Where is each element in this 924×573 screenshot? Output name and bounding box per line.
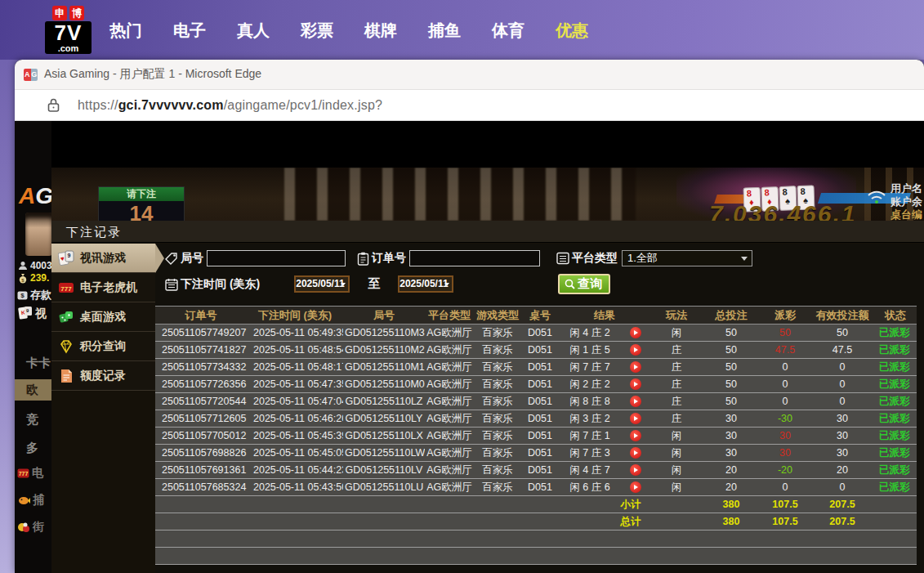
deposit-label: 存款 [30, 288, 51, 302]
panel-tabs: ♥9 视讯游戏 777 电子老虎机 桌面游戏 积分查询 额度记录 [51, 244, 155, 391]
cell-round-no: GD051255110LV [343, 462, 425, 479]
platform-type-select[interactable]: 1.全部 [622, 250, 752, 266]
replay-button-icon[interactable] [630, 344, 641, 356]
date-from-picker[interactable]: 2025/05/11 [294, 275, 350, 293]
date-to-picker[interactable]: 2025/05/11 [398, 275, 453, 293]
cell-status: 已派彩 [874, 479, 917, 496]
replay-button-icon[interactable] [630, 447, 641, 459]
sidebar-item-fishing[interactable]: 捕 [17, 493, 44, 508]
cell-round-no: GD051255110M0 [343, 376, 425, 393]
nav-item-sports[interactable]: 体育 [491, 20, 525, 42]
cell-bet-time: 2025-05-11 05:47:04 [247, 393, 343, 410]
replay-button-icon[interactable] [630, 327, 641, 338]
replay-button-icon[interactable] [630, 378, 641, 390]
cell-order-no: 250511057741827 [155, 342, 247, 359]
round-no-input[interactable] [207, 250, 346, 266]
url-text[interactable]: https://gci.7vvvvvv.com/agingame/pcv1/in… [78, 98, 382, 113]
cell-play: 闲 [650, 462, 703, 479]
cell-payout: 50 [760, 325, 810, 342]
cell-round-no: GD051255110LY [343, 410, 425, 428]
cell-round-no: GD051255110LX [343, 428, 425, 445]
nav-item-chess[interactable]: 棋牌 [364, 20, 398, 42]
cell-bet-time: 2025-05-11 05:44:23 [247, 462, 343, 479]
table-row: 250511057734332 2025-05-11 05:48:17 GD05… [155, 359, 917, 376]
sidebar-item-duo[interactable]: 多 [15, 437, 51, 459]
cell-table-no: D051 [521, 445, 559, 462]
tab-quota-records[interactable]: 额度记录 [51, 361, 155, 391]
col-total-bet: 总投注 [703, 307, 760, 325]
browser-window: AG Asia Gaming - 用户配置 1 - Microsoft Edge… [15, 60, 924, 573]
cell-play: 庄 [650, 342, 703, 359]
cell-bet-time: 2025-05-11 05:49:35 [247, 325, 343, 342]
deposit-button[interactable]: $ 存款 [17, 288, 51, 302]
logo-badge-bo: 博 [69, 6, 84, 20]
nav-item-lottery[interactable]: 彩票 [300, 20, 334, 42]
nav-item-promo[interactable]: 优惠 [555, 20, 589, 42]
wifi-icon [866, 189, 887, 205]
total-valid: 207.5 [810, 513, 874, 530]
user-count: 4003 [30, 260, 51, 271]
replay-button-icon[interactable] [630, 481, 641, 493]
tab-video-games[interactable]: ♥9 视讯游戏 [51, 244, 155, 273]
nav-item-hot[interactable]: 热门 [109, 20, 143, 42]
tag-icon [165, 252, 178, 265]
cell-platform: AG欧洲厅 [425, 479, 474, 496]
cell-valid-bet: 0 [810, 376, 874, 393]
replay-button-icon[interactable] [630, 361, 641, 373]
cell-result: 闲 1 庄 5 [559, 342, 621, 359]
cell-payout: 0 [760, 393, 810, 410]
sidebar-item-slots[interactable]: 777 电 [17, 466, 43, 481]
logo-suffix: .com [45, 43, 92, 54]
table-row: 250511057741827 2025-05-11 05:48:54 GD05… [155, 342, 917, 359]
cell-status: 已派彩 [874, 410, 917, 428]
empty-row [155, 548, 917, 565]
nav-item-fishing[interactable]: 捕鱼 [427, 20, 462, 42]
replay-button-icon[interactable] [630, 413, 641, 424]
sidebar-item-kaka[interactable]: 卡卡 [15, 352, 51, 374]
cell-result: 闲 4 庄 2 [559, 325, 621, 342]
sidebar-video-label: 视 [35, 307, 47, 321]
nav-item-slots[interactable]: 电子 [172, 20, 207, 42]
replay-button-icon[interactable] [630, 464, 641, 476]
table-row: 250511057712605 2025-05-11 05:46:20 GD05… [155, 410, 917, 428]
bet-timer-label: 请下注 [99, 187, 184, 201]
sidebar-item-arcade[interactable]: 街 [17, 520, 44, 535]
tab-slot-machines[interactable]: 777 电子老虎机 [51, 273, 155, 302]
bet-table-body: 250511057749207 2025-05-11 05:49:35 GD05… [155, 325, 917, 496]
cell-total-bet: 50 [703, 325, 760, 342]
cell-round-no: GD051255110LU [343, 479, 425, 496]
cell-total-bet: 30 [703, 428, 760, 445]
sidebar-item-jing[interactable]: 竞 [15, 409, 51, 430]
cell-total-bet: 30 [703, 410, 760, 428]
address-bar[interactable]: https://gci.7vvvvvv.com/agingame/pcv1/in… [15, 90, 924, 121]
cell-replay [621, 410, 650, 428]
cell-valid-bet: 20 [810, 462, 874, 479]
tab-label: 积分查询 [80, 339, 126, 354]
screen: { "site_nav": { "logo": { "badge1": "申",… [0, 0, 924, 573]
svg-text:9: 9 [68, 253, 71, 258]
replay-button-icon[interactable] [630, 430, 641, 441]
nav-item-live[interactable]: 真人 [236, 20, 270, 42]
cell-status: 已派彩 [874, 393, 917, 410]
lock-icon [47, 98, 60, 112]
cell-play: 庄 [650, 359, 703, 376]
user-avatar [25, 213, 51, 256]
date-from-value: 2025/05/11 [296, 278, 344, 289]
query-button[interactable]: 查询 [558, 274, 610, 294]
site-logo[interactable]: 申 博 7V .com [45, 6, 92, 54]
cell-result: 闲 8 庄 8 [559, 393, 621, 410]
sidebar-item-video[interactable]: K♥9 视 [18, 306, 47, 322]
col-table-no: 桌号 [521, 307, 559, 325]
replay-button-icon[interactable] [630, 396, 641, 407]
order-no-input[interactable] [409, 250, 540, 266]
sidebar-item-europe[interactable]: 欧 [15, 379, 51, 401]
logo-main-text: 7V [45, 21, 92, 43]
logo-badges: 申 博 [45, 6, 92, 20]
tab-points-query[interactable]: 积分查询 [51, 332, 155, 361]
tab-table-games[interactable]: 桌面游戏 [51, 302, 155, 332]
chevron-down-icon [741, 257, 748, 261]
cell-payout: 0 [760, 479, 810, 496]
tab-label: 额度记录 [80, 369, 126, 383]
url-domain: gci.7vvvvvv.com [118, 98, 224, 112]
col-bet-time: 下注时间 (美东) [247, 307, 343, 325]
